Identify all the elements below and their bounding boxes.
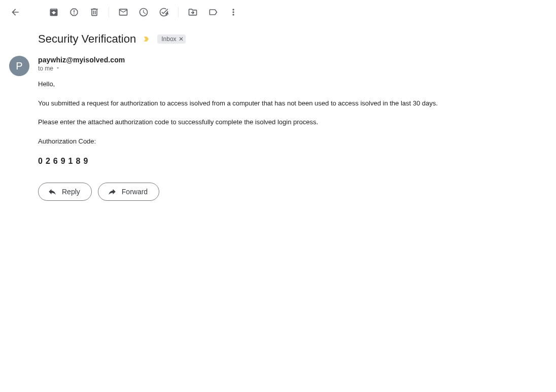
mark-unread-button[interactable] [113, 2, 133, 22]
label-icon [208, 7, 218, 17]
email-toolbar [0, 0, 556, 24]
back-button[interactable] [5, 2, 25, 22]
body-paragraph: Please enter the attached authorization … [38, 117, 507, 127]
report-spam-icon [69, 7, 79, 17]
authorization-code: 0269189 [38, 155, 507, 167]
mail-icon [118, 7, 128, 17]
body-paragraph: You submitted a request for authorizatio… [38, 98, 507, 109]
archive-button[interactable] [44, 2, 64, 22]
recipients-dropdown[interactable]: to me [38, 65, 507, 72]
message: P paywhiz@myisolved.com to me Hello, You… [38, 56, 507, 201]
sender-email[interactable]: paywhiz@myisolved.com [38, 56, 507, 64]
report-spam-button[interactable] [64, 2, 84, 22]
clock-icon [138, 7, 149, 17]
reply-icon [48, 187, 57, 196]
forward-icon [108, 187, 117, 196]
more-vertical-icon [228, 7, 238, 17]
labels-button[interactable] [203, 2, 223, 22]
reply-button[interactable]: Reply [38, 183, 92, 201]
remove-label-icon[interactable]: ✕ [179, 36, 184, 42]
body-greeting: Hello, [38, 79, 507, 89]
move-to-button[interactable] [183, 2, 203, 22]
important-icon [142, 35, 151, 43]
reply-label: Reply [62, 188, 80, 196]
sender-avatar[interactable]: P [9, 56, 29, 76]
move-folder-icon [188, 7, 198, 17]
body-code-label: Authorization Code: [38, 136, 507, 147]
trash-icon [89, 7, 99, 17]
forward-label: Forward [122, 188, 148, 196]
delete-button[interactable] [84, 2, 105, 22]
toolbar-separator [178, 7, 179, 17]
message-actions: Reply Forward [38, 183, 507, 201]
important-marker[interactable] [142, 35, 151, 43]
label-name: Inbox [161, 35, 176, 43]
caret-down-icon [55, 65, 60, 72]
email-body: Hello, You submitted a request for autho… [38, 79, 507, 167]
subject-line: Security Verification Inbox ✕ [38, 32, 507, 46]
label-chip[interactable]: Inbox ✕ [157, 34, 185, 44]
add-to-tasks-button[interactable] [154, 2, 174, 22]
forward-button[interactable]: Forward [98, 183, 159, 201]
add-task-icon [159, 7, 169, 17]
snooze-button[interactable] [133, 2, 154, 22]
recipients-text: to me [38, 65, 53, 72]
more-button[interactable] [223, 2, 244, 22]
toolbar-separator [109, 7, 109, 17]
email-subject: Security Verification [38, 32, 136, 46]
archive-icon [49, 7, 59, 17]
arrow-left-icon [10, 7, 20, 17]
